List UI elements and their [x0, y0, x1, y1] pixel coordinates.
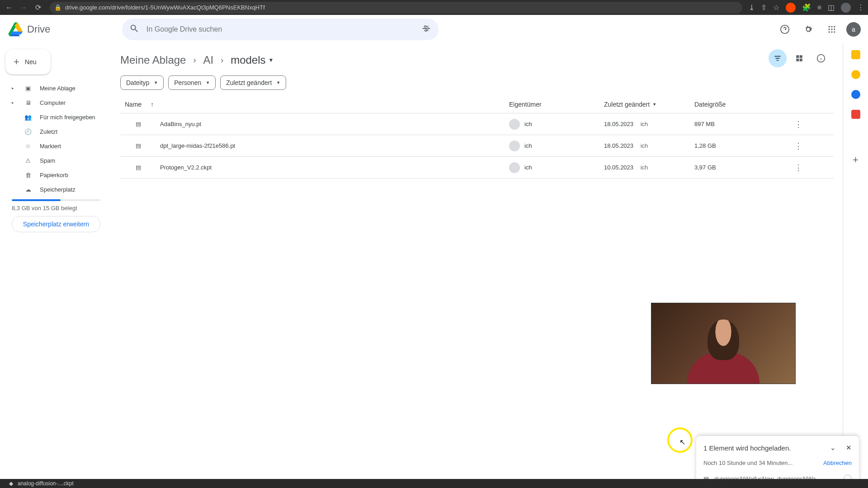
filter-chip-zuletzt-geändert[interactable]: Zuletzt geändert▼ — [220, 75, 286, 90]
column-name[interactable]: Name — [125, 101, 142, 108]
dropdown-icon: ▼ — [154, 80, 158, 85]
dropdown-icon: ▼ — [276, 80, 280, 85]
sidebar-item-zuletzt[interactable]: 🕘Zuletzt — [4, 124, 108, 139]
sidebar-item-label: Für mich freigegeben — [40, 114, 95, 121]
lock-icon: 🔒 — [54, 4, 61, 11]
calendar-icon[interactable] — [851, 50, 860, 59]
filter-toggle-icon[interactable] — [769, 49, 787, 67]
sidebar-item-papierkorb[interactable]: 🗑Papierkorb — [4, 168, 108, 182]
download-file-name[interactable]: analog-diffusion-....ckpt — [18, 480, 74, 487]
close-icon[interactable]: ✕ — [846, 444, 852, 452]
settings-bars-icon[interactable]: ≡ — [817, 4, 821, 12]
webcam-overlay — [651, 303, 796, 384]
apps-grid-icon[interactable] — [823, 20, 841, 38]
svg-point-12 — [834, 31, 835, 33]
extension-reddit-icon[interactable] — [786, 3, 796, 13]
sidebar-item-spam[interactable]: ⚠Spam — [4, 153, 108, 168]
extensions-icon[interactable]: 🧩 — [802, 3, 811, 12]
collapse-icon[interactable]: ⌄ — [830, 444, 836, 452]
svg-point-6 — [834, 26, 835, 28]
filter-chip-dateityp[interactable]: Dateityp▼ — [120, 75, 164, 90]
keep-icon[interactable] — [851, 70, 860, 79]
nav-back-icon[interactable]: ← — [4, 2, 14, 13]
upload-cancel-button[interactable]: Abbrechen — [823, 460, 852, 466]
svg-point-1 — [427, 28, 429, 29]
sort-arrow-up-icon[interactable]: ↑ — [151, 101, 154, 108]
menu-icon[interactable]: ⋮ — [857, 3, 864, 12]
svg-point-5 — [831, 26, 832, 28]
nav-icon: 👥 — [24, 114, 33, 121]
sidebar-item-speicherplatz[interactable]: ☁Speicherplatz — [4, 182, 108, 197]
info-icon[interactable] — [812, 49, 830, 67]
profile-icon[interactable] — [841, 3, 851, 13]
account-avatar[interactable]: a — [846, 22, 861, 37]
breadcrumb-root[interactable]: Meine Ablage — [120, 54, 186, 66]
upgrade-storage-button[interactable]: Speicherplatz erweitern — [12, 216, 100, 232]
modified-date: 18.05.2023 — [604, 142, 633, 149]
gear-icon[interactable] — [799, 20, 817, 38]
storage-text: 8,3 GB von 15 GB belegt — [12, 205, 100, 211]
add-panel-icon[interactable]: + — [853, 154, 859, 166]
svg-point-10 — [829, 31, 830, 33]
new-button[interactable]: + Neu — [5, 49, 51, 75]
column-modified[interactable]: Zuletzt geändert ▼ — [604, 101, 694, 108]
owner-name: ich — [524, 142, 532, 149]
install-icon[interactable]: ⤓ — [749, 3, 755, 12]
nav-icon: ☁ — [24, 186, 33, 193]
svg-point-2 — [425, 30, 427, 32]
search-options-icon[interactable] — [421, 23, 431, 35]
file-row[interactable]: ▤ AdaBins_nyu.pt ich 18.05.2023 ich 897 … — [120, 113, 834, 135]
upload-time-remaining: Noch 10 Stunde und 34 Minuten... — [703, 460, 793, 466]
filter-chip-personen[interactable]: Personen▼ — [168, 75, 216, 90]
owner-name: ich — [524, 164, 532, 171]
browser-toolbar: ← → ⟳ 🔒 drive.google.com/drive/folders/1… — [0, 0, 868, 15]
row-menu-icon[interactable]: ⋮ — [789, 119, 807, 129]
sidebar-item-label: Papierkorb — [40, 172, 68, 178]
column-size[interactable]: Dateigröße — [694, 101, 789, 108]
search-bar[interactable] — [122, 19, 439, 40]
file-size: 897 MB — [694, 121, 789, 127]
help-icon[interactable] — [776, 20, 794, 38]
sidepanel-icon[interactable]: ◫ — [828, 3, 835, 12]
sidebar-item-label: Markiert — [40, 143, 61, 150]
share-icon[interactable]: ⇧ — [761, 3, 767, 12]
url-bar[interactable]: 🔒 drive.google.com/drive/folders/1-5UnWy… — [50, 2, 742, 14]
sidebar-item-computer[interactable]: ▸🖥Computer — [4, 95, 108, 110]
row-menu-icon[interactable]: ⋮ — [789, 163, 807, 173]
dropdown-icon: ▼ — [206, 80, 210, 85]
nav-forward-icon[interactable]: → — [18, 2, 29, 13]
modified-date: 10.05.2023 — [604, 164, 633, 171]
star-icon[interactable]: ☆ — [773, 3, 779, 12]
drive-logo-text: Drive — [27, 23, 50, 35]
svg-point-4 — [829, 26, 830, 28]
svg-point-11 — [831, 31, 832, 33]
nav-icon: 🖥 — [24, 99, 33, 106]
file-row[interactable]: ▤ dpt_large-midas-2f21e586.pt ich 18.05.… — [120, 135, 834, 157]
file-name: AdaBins_nyu.pt — [160, 121, 201, 127]
column-owner[interactable]: Eigentümer — [509, 101, 604, 108]
svg-point-9 — [834, 28, 835, 30]
breadcrumb-current[interactable]: models ▼ — [231, 54, 274, 66]
sidebar-item-label: Meine Ablage — [40, 85, 75, 92]
sidebar-item-label: Spam — [40, 157, 55, 164]
tasks-icon[interactable] — [851, 90, 860, 99]
file-name: Protogen_V2.2.ckpt — [160, 164, 212, 171]
svg-point-0 — [424, 26, 426, 28]
sidebar-item-markiert[interactable]: ☆Markiert — [4, 139, 108, 153]
nav-icon: ☆ — [24, 143, 33, 150]
sidebar: + Neu ▸▣Meine Ablage▸🖥Computer👥Für mich … — [0, 44, 116, 488]
breadcrumb-item[interactable]: AI — [203, 54, 213, 66]
breadcrumb-current-label: models — [231, 54, 265, 66]
file-row[interactable]: ▤ Protogen_V2.2.ckpt ich 10.05.2023 ich … — [120, 157, 834, 178]
sidebar-item-meine-ablage[interactable]: ▸▣Meine Ablage — [4, 81, 108, 95]
search-input[interactable] — [146, 25, 414, 33]
contacts-icon[interactable] — [851, 110, 860, 119]
file-icon: ▤ — [134, 141, 143, 150]
svg-point-8 — [831, 28, 832, 30]
drive-header: Drive a — [0, 15, 868, 44]
grid-view-icon[interactable] — [790, 49, 808, 67]
row-menu-icon[interactable]: ⋮ — [789, 141, 807, 151]
nav-reload-icon[interactable]: ⟳ — [33, 2, 43, 13]
drive-logo[interactable]: Drive — [7, 22, 111, 37]
sidebar-item-für-mich-freigegeben[interactable]: 👥Für mich freigegeben — [4, 110, 108, 124]
